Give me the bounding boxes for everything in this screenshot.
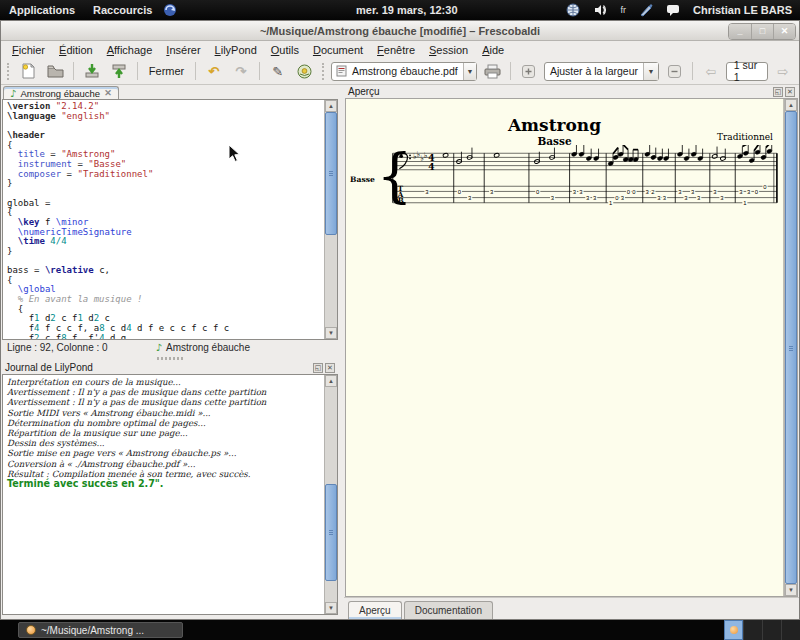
pdf-page: Amstrong Basse Traditionnel {Basse♭♭♭♭44… bbox=[346, 99, 784, 596]
panel-tabs: AperçuDocumentation bbox=[344, 597, 799, 619]
page-number-field[interactable]: 1 sur 1 bbox=[726, 62, 768, 81]
print-button[interactable] bbox=[480, 60, 504, 82]
close-document-button[interactable]: Fermer bbox=[144, 60, 189, 82]
menubar: FichierÉditionAffichageInsérerLilyPondOu… bbox=[1, 41, 799, 58]
panel-tab-documentation[interactable]: Documentation bbox=[404, 601, 493, 619]
scroll-down-icon[interactable]: ▼ bbox=[325, 327, 337, 339]
chat-bubble-icon[interactable] bbox=[666, 3, 680, 17]
log-close-button[interactable]: ✕ bbox=[325, 363, 335, 373]
toolbar-grip[interactable] bbox=[7, 63, 11, 80]
menu-insérer[interactable]: Insérer bbox=[159, 43, 207, 57]
save-button[interactable] bbox=[80, 60, 104, 82]
maximize-button[interactable]: □ bbox=[751, 24, 773, 39]
menu-édition[interactable]: Édition bbox=[52, 43, 100, 57]
editor-tab[interactable]: ♪ Amstrong ébauche ✕ bbox=[3, 86, 119, 99]
next-page-button[interactable]: ⇨ bbox=[771, 60, 795, 82]
log-line: Dessin des systèmes... bbox=[7, 438, 324, 448]
minimize-button[interactable]: _ bbox=[729, 24, 751, 39]
preview-pane: Aperçu ◱ ✕ Amstrong Basse Traditionnel {… bbox=[344, 85, 799, 619]
open-document-button[interactable] bbox=[43, 60, 67, 82]
zoom-mode-selector[interactable]: Ajuster à la largeur ▼ bbox=[544, 62, 659, 81]
network-globe-icon[interactable] bbox=[566, 3, 580, 17]
code-line: } bbox=[7, 179, 324, 189]
menu-affichage[interactable]: Affichage bbox=[100, 43, 160, 57]
new-document-button[interactable] bbox=[16, 60, 40, 82]
code-line: \time 4/4 bbox=[7, 237, 324, 247]
applications-menu[interactable]: Applications bbox=[0, 0, 84, 20]
volume-icon[interactable] bbox=[593, 3, 607, 17]
pdf-view[interactable]: Amstrong Basse Traditionnel {Basse♭♭♭♭44… bbox=[345, 98, 798, 597]
window-titlebar[interactable]: ~/Musique/Amstrong ébauche [modifié] – F… bbox=[1, 21, 799, 41]
clock-applet[interactable]: mer. 19 mars, 12:30 bbox=[356, 0, 458, 20]
preview-scroll-down-icon[interactable]: ▼ bbox=[785, 584, 797, 596]
zoom-out-button[interactable] bbox=[662, 60, 686, 82]
zoom-mode-arrow[interactable]: ▼ bbox=[643, 63, 658, 80]
log-scrollbar[interactable]: ▲ ▼ bbox=[324, 375, 337, 614]
log-line: Avertissement : Il n'y a pas de musique … bbox=[7, 397, 324, 407]
log-panel-header: Journal de LilyPond ◱ ✕ bbox=[1, 361, 339, 374]
editor-statusbar: Ligne : 92, Colonne : 0 ♪ Amstrong ébauc… bbox=[1, 340, 339, 355]
edit-in-place-button[interactable]: ✎ bbox=[266, 60, 290, 82]
user-name[interactable]: Christian LE BARS bbox=[693, 4, 792, 16]
shortcuts-menu[interactable]: Raccourcis bbox=[84, 0, 161, 20]
preview-close-button[interactable]: ✕ bbox=[785, 87, 795, 97]
editor-pane: ♪ Amstrong ébauche ✕ \version "2.14.2"\l… bbox=[1, 85, 339, 619]
zoom-in-button[interactable] bbox=[517, 60, 541, 82]
document-status-icon: ♪ bbox=[156, 342, 162, 353]
save-as-button[interactable] bbox=[107, 60, 131, 82]
menu-lilypond[interactable]: LilyPond bbox=[208, 43, 264, 57]
log-panel-title: Journal de LilyPond bbox=[5, 362, 93, 373]
frescobaldi-window: ~/Musique/Amstrong ébauche [modifié] – F… bbox=[0, 20, 800, 620]
pdf-document-selector[interactable]: Amstrong ébauche.pdf ▼ bbox=[331, 62, 477, 81]
svg-text:2: 2 bbox=[651, 189, 654, 195]
log-line: Conversion à « ./Amstrong ébauche.pdf ».… bbox=[7, 459, 324, 469]
taskbar-window-button[interactable]: ~/Musique/Amstrong ... bbox=[18, 622, 183, 638]
log-scroll-down-icon[interactable]: ▼ bbox=[325, 602, 337, 614]
tab-close-icon[interactable]: ✕ bbox=[104, 88, 112, 98]
menu-session[interactable]: Session bbox=[422, 43, 475, 57]
previous-page-button[interactable]: ⇦ bbox=[699, 60, 723, 82]
log-line: Détermination du nombre optimal de pages… bbox=[7, 418, 324, 428]
keyboard-layout-indicator[interactable]: fr bbox=[620, 5, 626, 15]
editor-tabbar: ♪ Amstrong ébauche ✕ bbox=[1, 85, 339, 99]
editor-scrollbar[interactable]: ▲ ▼ bbox=[324, 100, 337, 339]
cursor-position: Ligne : 92, Colonne : 0 bbox=[7, 342, 108, 353]
pdf-selector-arrow[interactable]: ▼ bbox=[463, 63, 476, 80]
log-line: Avertissement : Il n'y a pas de musique … bbox=[7, 387, 324, 397]
status-document-name: Amstrong ébauche bbox=[166, 342, 250, 353]
scroll-up-icon[interactable]: ▲ bbox=[325, 100, 337, 112]
toolbar-grip-2[interactable] bbox=[322, 63, 326, 80]
redo-button[interactable]: ↷ bbox=[229, 60, 253, 82]
tablet-pen-icon[interactable] bbox=[639, 3, 653, 17]
gnome-taskbar: ~/Musique/Amstrong ... bbox=[0, 620, 800, 640]
log-line: Sortie MIDI vers « Amstrong ébauche.midi… bbox=[7, 408, 324, 418]
menu-aide[interactable]: Aide bbox=[475, 43, 511, 57]
log-line: Interprétation en cours de la musique... bbox=[7, 377, 324, 387]
svg-text:1: 1 bbox=[743, 200, 746, 206]
log-scroll-up-icon[interactable]: ▲ bbox=[325, 375, 337, 387]
workspace-3[interactable] bbox=[762, 620, 781, 640]
score-title: Amstrong bbox=[346, 115, 763, 135]
log-float-button[interactable]: ◱ bbox=[313, 363, 323, 373]
svg-text:4: 4 bbox=[428, 161, 435, 172]
menu-fenêtre[interactable]: Fenêtre bbox=[370, 43, 422, 57]
preview-float-button[interactable]: ◱ bbox=[773, 87, 783, 97]
window-controls: _ □ ✕ bbox=[728, 23, 796, 40]
panel-tab-aperçu[interactable]: Aperçu bbox=[348, 601, 402, 619]
gnome-top-panel: Applications Raccourcis mer. 19 mars, 12… bbox=[0, 0, 800, 20]
code-line: % En avant la musique ! bbox=[7, 295, 324, 305]
preview-scrollbar[interactable]: ▲ ▼ bbox=[784, 99, 797, 596]
workspace-2[interactable] bbox=[743, 620, 762, 640]
updater-icon[interactable] bbox=[163, 3, 177, 17]
workspace-1[interactable] bbox=[724, 620, 743, 640]
close-button[interactable]: ✕ bbox=[773, 24, 795, 39]
code-line: } bbox=[7, 247, 324, 257]
menu-document[interactable]: Document bbox=[306, 43, 370, 57]
run-lilypond-button[interactable] bbox=[293, 60, 317, 82]
menu-fichier[interactable]: Fichier bbox=[5, 43, 52, 57]
code-editor[interactable]: \version "2.14.2"\language "english" \he… bbox=[3, 100, 324, 339]
workspace-4[interactable] bbox=[781, 620, 800, 640]
preview-scroll-up-icon[interactable]: ▲ bbox=[785, 99, 797, 111]
menu-outils[interactable]: Outils bbox=[264, 43, 306, 57]
undo-button[interactable]: ↶ bbox=[202, 60, 226, 82]
